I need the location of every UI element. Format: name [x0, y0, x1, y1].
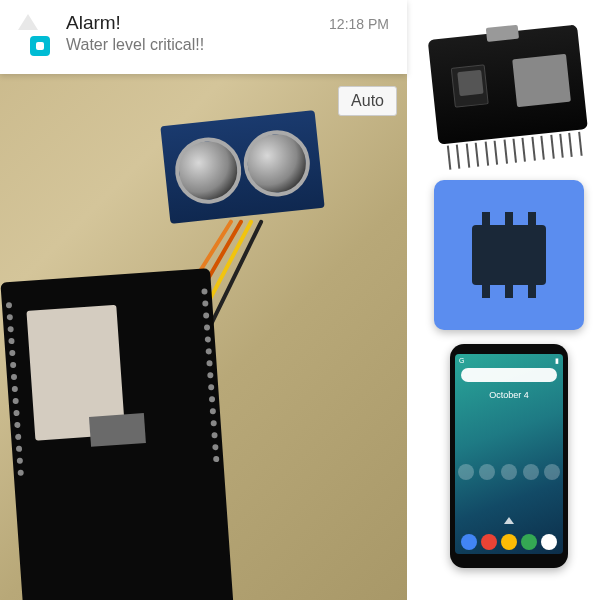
- project-photo-panel: Alarm! Water level critical!! 12:18 PM A…: [0, 0, 407, 600]
- notification-time: 12:18 PM: [329, 12, 389, 32]
- ultrasonic-sensor: [160, 110, 324, 224]
- chip-icon: [472, 225, 546, 285]
- notification-title: Alarm!: [66, 12, 329, 34]
- smartphone-image: G ▮ October 4: [450, 344, 568, 568]
- nodemcu-product-image: [412, 17, 606, 175]
- dev-pins: [447, 132, 583, 170]
- phone-app-row: [455, 464, 563, 480]
- micro-usb-port-icon: [486, 25, 519, 42]
- camera-auto-button[interactable]: Auto: [338, 86, 397, 116]
- notification-text: Alarm! Water level critical!!: [62, 12, 329, 54]
- nodemcu-board-photo: [0, 268, 233, 600]
- app-chip-icon: [30, 36, 50, 56]
- usb-serial-chip-icon: [451, 64, 489, 107]
- notification-body: Water level critical!!: [66, 36, 329, 54]
- app-folder-icon: [479, 464, 495, 480]
- app-folder-icon: [523, 464, 539, 480]
- sensor-transducer-left: [172, 134, 245, 207]
- esp-shield-icon: [512, 54, 571, 107]
- esp-wifi-shield: [26, 305, 125, 441]
- jumper-wires: [210, 220, 390, 420]
- notification-icon-col: [18, 12, 62, 56]
- pin-header-right: [201, 288, 219, 462]
- app-triangle-icon: [18, 14, 38, 30]
- notification-card[interactable]: Alarm! Water level critical!! 12:18 PM: [0, 0, 407, 74]
- drawer-arrow-icon: [504, 517, 514, 524]
- battery-icon: ▮: [555, 357, 559, 365]
- dock-app-icon: [501, 534, 517, 550]
- app-folder-icon: [458, 464, 474, 480]
- app-folder-icon: [501, 464, 517, 480]
- phone-dock: [455, 534, 563, 550]
- pin-header-left: [6, 302, 24, 476]
- components-panel: G ▮ October 4: [407, 0, 611, 600]
- g-logo-icon: G: [459, 357, 464, 365]
- dock-app-icon: [521, 534, 537, 550]
- phone-screen: G ▮ October 4: [455, 354, 563, 554]
- phone-status-bar: G ▮: [455, 357, 563, 365]
- dock-app-icon: [541, 534, 557, 550]
- iot-app-icon[interactable]: [434, 180, 584, 330]
- phone-date-widget: October 4: [455, 390, 563, 400]
- app-folder-icon: [544, 464, 560, 480]
- phone-search-bar: [461, 368, 557, 382]
- dock-app-icon: [461, 534, 477, 550]
- dock-app-icon: [481, 534, 497, 550]
- sensor-transducer-right: [241, 127, 314, 200]
